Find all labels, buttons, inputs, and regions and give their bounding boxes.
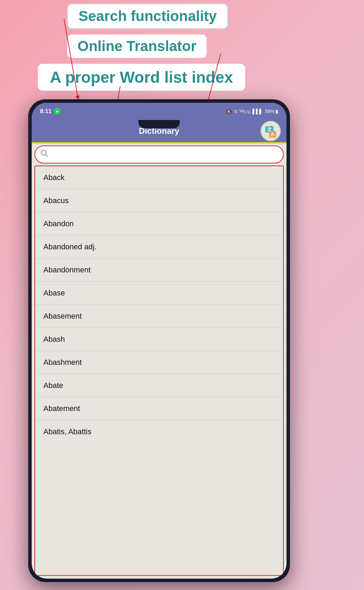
- svg-line-1: [45, 154, 48, 157]
- status-icons: 🔇 ⊙ VoLTE ▌▌▌ 59% ▮: [226, 109, 278, 114]
- word-list-index-label: A proper Word list index: [38, 64, 245, 91]
- english-char: A: [269, 131, 276, 138]
- wifi-icon: ⊙: [234, 109, 238, 114]
- search-functionality-text: Search functionality: [79, 8, 217, 24]
- word-list-item[interactable]: Abash: [35, 328, 283, 351]
- word-list-item[interactable]: Aback: [35, 166, 283, 189]
- translate-button[interactable]: ↺ 文 A: [260, 121, 281, 141]
- search-input[interactable]: [52, 151, 278, 158]
- translate-arrows: ↺ 文 A: [264, 125, 278, 137]
- word-list-item[interactable]: Abandoned adj.: [35, 236, 283, 259]
- word-list-item[interactable]: Abasement: [35, 305, 283, 328]
- search-icon: [41, 150, 48, 159]
- bars-icon: ▌▌▌: [252, 109, 263, 114]
- status-time: 8:11 ●: [40, 108, 61, 115]
- signal-icon: VoLTE: [240, 109, 251, 114]
- search-functionality-label: Search functionality: [67, 3, 228, 29]
- online-translator-label: Online Translator: [67, 34, 207, 58]
- time-display: 8:11: [40, 108, 52, 115]
- word-list-item[interactable]: Abatis, Abattis: [35, 420, 283, 443]
- word-list-item[interactable]: Abase: [35, 282, 283, 305]
- word-list: AbackAbacusAbandonAbandoned adj.Abandonm…: [34, 166, 284, 576]
- header-accent-line: [32, 142, 287, 143]
- whatsapp-icon: ●: [54, 108, 61, 115]
- word-list-index-text: A proper Word list index: [50, 68, 233, 86]
- word-list-item[interactable]: Abacus: [35, 189, 283, 212]
- phone-frame: 8:11 ● 🔇 ⊙ VoLTE ▌▌▌ 59% ▮ Dictionary: [28, 99, 290, 582]
- search-arrow: [64, 19, 78, 97]
- annotation-area: Search functionality Online Translator A…: [0, 0, 364, 110]
- search-container[interactable]: [34, 146, 284, 163]
- mute-icon: 🔇: [226, 109, 232, 114]
- phone-screen: 8:11 ● 🔇 ⊙ VoLTE ▌▌▌ 59% ▮ Dictionary: [32, 103, 287, 579]
- word-list-item[interactable]: Abatement: [35, 397, 283, 420]
- online-translator-text: Online Translator: [77, 38, 196, 54]
- battery-icon: 59% ▮: [265, 109, 278, 114]
- battery-symbol: ▮: [275, 109, 278, 114]
- word-list-item[interactable]: Abandon: [35, 212, 283, 236]
- phone-notch: [138, 120, 180, 128]
- word-list-item[interactable]: Abandonment: [35, 259, 283, 282]
- status-bar: 8:11 ● 🔇 ⊙ VoLTE ▌▌▌ 59% ▮: [32, 103, 287, 120]
- word-list-item[interactable]: Abashment: [35, 351, 283, 374]
- translate-icon: ↺ 文 A: [264, 125, 278, 137]
- word-list-item[interactable]: Abate: [35, 374, 283, 397]
- battery-percent: 59%: [265, 109, 274, 114]
